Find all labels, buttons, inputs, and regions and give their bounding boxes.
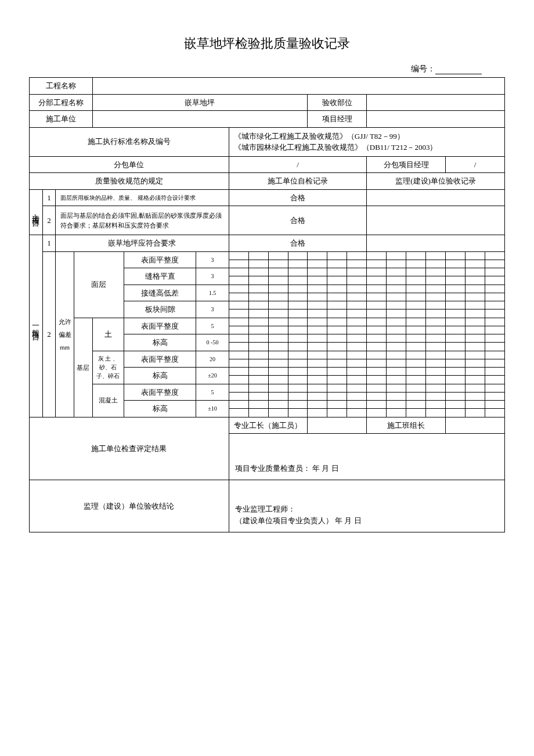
- c[interactable]: [465, 293, 485, 301]
- c[interactable]: [367, 276, 387, 285]
- c[interactable]: [425, 301, 445, 309]
- c[interactable]: [288, 334, 308, 343]
- supervision-sig[interactable]: 专业监理工程师： （建设单位项目专业负责人） 年 月 日: [229, 480, 504, 532]
- c[interactable]: [406, 368, 426, 376]
- c[interactable]: [485, 293, 504, 301]
- c[interactable]: [248, 276, 268, 285]
- c[interactable]: [229, 359, 248, 367]
- c[interactable]: [367, 359, 387, 367]
- c[interactable]: [308, 318, 327, 326]
- c[interactable]: [327, 318, 347, 326]
- c[interactable]: [308, 268, 327, 276]
- c[interactable]: [308, 376, 327, 384]
- c[interactable]: [248, 251, 268, 260]
- c[interactable]: [347, 376, 367, 384]
- mc1-supervision[interactable]: [367, 189, 505, 206]
- c[interactable]: [248, 376, 268, 384]
- c[interactable]: [347, 268, 367, 276]
- c[interactable]: [387, 309, 406, 318]
- c[interactable]: [268, 285, 288, 293]
- c[interactable]: [229, 368, 248, 376]
- c[interactable]: [367, 368, 387, 376]
- c[interactable]: [425, 343, 445, 351]
- c[interactable]: [308, 334, 327, 343]
- c[interactable]: [229, 318, 248, 326]
- c[interactable]: [229, 309, 248, 318]
- c[interactable]: [347, 392, 367, 400]
- c[interactable]: [445, 260, 465, 268]
- c[interactable]: [387, 301, 406, 309]
- c[interactable]: [327, 293, 347, 301]
- c[interactable]: [229, 392, 248, 400]
- c[interactable]: [288, 359, 308, 367]
- c[interactable]: [445, 351, 465, 359]
- c[interactable]: [229, 260, 248, 268]
- c[interactable]: [288, 409, 308, 417]
- c[interactable]: [387, 351, 406, 359]
- c[interactable]: [327, 334, 347, 343]
- c[interactable]: [485, 251, 504, 260]
- c[interactable]: [387, 285, 406, 293]
- c[interactable]: [327, 359, 347, 367]
- c[interactable]: [268, 276, 288, 285]
- c[interactable]: [367, 376, 387, 384]
- c[interactable]: [327, 268, 347, 276]
- c[interactable]: [288, 318, 308, 326]
- c[interactable]: [485, 368, 504, 376]
- c[interactable]: [445, 384, 465, 392]
- c[interactable]: [445, 359, 465, 367]
- c[interactable]: [327, 260, 347, 268]
- c[interactable]: [465, 401, 485, 409]
- mc2-supervision[interactable]: [367, 206, 505, 235]
- c[interactable]: [248, 334, 268, 343]
- c[interactable]: [445, 401, 465, 409]
- c[interactable]: [406, 384, 426, 392]
- c[interactable]: [347, 359, 367, 367]
- c[interactable]: [248, 301, 268, 309]
- c[interactable]: [465, 251, 485, 260]
- c[interactable]: [465, 392, 485, 400]
- c[interactable]: [229, 276, 248, 285]
- c[interactable]: [248, 293, 268, 301]
- c[interactable]: [485, 392, 504, 400]
- c[interactable]: [485, 301, 504, 309]
- c[interactable]: [406, 301, 426, 309]
- c[interactable]: [308, 285, 327, 293]
- c[interactable]: [229, 351, 248, 359]
- c[interactable]: [347, 401, 367, 409]
- c[interactable]: [327, 409, 347, 417]
- c[interactable]: [485, 351, 504, 359]
- c[interactable]: [327, 384, 347, 392]
- c[interactable]: [485, 343, 504, 351]
- c[interactable]: [406, 359, 426, 367]
- c[interactable]: [288, 401, 308, 409]
- c[interactable]: [387, 401, 406, 409]
- c[interactable]: [347, 301, 367, 309]
- c[interactable]: [347, 318, 367, 326]
- c[interactable]: [445, 326, 465, 334]
- c[interactable]: [485, 326, 504, 334]
- c[interactable]: [347, 251, 367, 260]
- c[interactable]: [485, 285, 504, 293]
- c[interactable]: [347, 384, 367, 392]
- c[interactable]: [367, 351, 387, 359]
- c[interactable]: [465, 334, 485, 343]
- c[interactable]: [229, 293, 248, 301]
- c[interactable]: [465, 301, 485, 309]
- c[interactable]: [406, 351, 426, 359]
- c[interactable]: [387, 359, 406, 367]
- value-project-name[interactable]: [92, 78, 504, 95]
- c[interactable]: [248, 326, 268, 334]
- c[interactable]: [465, 268, 485, 276]
- c[interactable]: [485, 376, 504, 384]
- c[interactable]: [268, 268, 288, 276]
- c[interactable]: [347, 285, 367, 293]
- c[interactable]: [465, 368, 485, 376]
- c[interactable]: [406, 293, 426, 301]
- c[interactable]: [288, 293, 308, 301]
- c[interactable]: [229, 376, 248, 384]
- c[interactable]: [445, 392, 465, 400]
- c[interactable]: [445, 293, 465, 301]
- c[interactable]: [229, 251, 248, 260]
- c[interactable]: [268, 301, 288, 309]
